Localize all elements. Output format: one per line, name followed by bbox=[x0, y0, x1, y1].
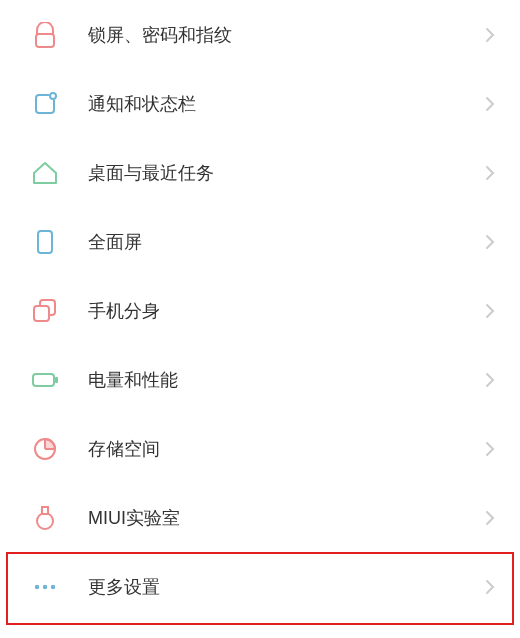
chevron-right-icon bbox=[480, 234, 500, 250]
svg-rect-8 bbox=[55, 377, 58, 383]
svg-point-15 bbox=[43, 584, 47, 588]
notification-icon bbox=[30, 89, 60, 119]
item-label: 桌面与最近任务 bbox=[88, 161, 480, 185]
settings-list: 锁屏、密码和指纹 通知和状态栏 桌面与最近任务 bbox=[0, 0, 520, 621]
item-label: 通知和状态栏 bbox=[88, 92, 480, 116]
lab-icon bbox=[30, 503, 60, 533]
battery-icon bbox=[30, 365, 60, 395]
chevron-right-icon bbox=[480, 27, 500, 43]
settings-item-battery[interactable]: 电量和性能 bbox=[0, 345, 520, 414]
item-label: 存储空间 bbox=[88, 437, 480, 461]
settings-item-lab[interactable]: MIUI实验室 bbox=[0, 483, 520, 552]
chevron-right-icon bbox=[480, 165, 500, 181]
svg-point-16 bbox=[51, 584, 55, 588]
screen-icon bbox=[30, 227, 60, 257]
svg-rect-6 bbox=[34, 306, 49, 321]
item-label: MIUI实验室 bbox=[88, 506, 480, 530]
settings-item-screen[interactable]: 全面屏 bbox=[0, 207, 520, 276]
settings-item-storage[interactable]: 存储空间 bbox=[0, 414, 520, 483]
item-label: 电量和性能 bbox=[88, 368, 480, 392]
svg-rect-13 bbox=[42, 507, 48, 514]
clone-icon bbox=[30, 296, 60, 326]
svg-rect-4 bbox=[38, 231, 52, 253]
chevron-right-icon bbox=[480, 303, 500, 319]
chevron-right-icon bbox=[480, 510, 500, 526]
home-icon bbox=[30, 158, 60, 188]
settings-item-notification[interactable]: 通知和状态栏 bbox=[0, 69, 520, 138]
settings-item-more[interactable]: 更多设置 bbox=[0, 552, 520, 621]
item-label: 锁屏、密码和指纹 bbox=[88, 23, 480, 47]
item-label: 更多设置 bbox=[88, 575, 480, 599]
settings-item-home[interactable]: 桌面与最近任务 bbox=[0, 138, 520, 207]
chevron-right-icon bbox=[480, 96, 500, 112]
chevron-right-icon bbox=[480, 441, 500, 457]
more-icon bbox=[30, 572, 60, 602]
svg-point-3 bbox=[50, 93, 56, 99]
chevron-right-icon bbox=[480, 372, 500, 388]
svg-point-14 bbox=[35, 584, 39, 588]
settings-item-clone[interactable]: 手机分身 bbox=[0, 276, 520, 345]
storage-icon bbox=[30, 434, 60, 464]
svg-rect-0 bbox=[36, 34, 54, 47]
svg-point-12 bbox=[37, 513, 53, 529]
item-label: 手机分身 bbox=[88, 299, 480, 323]
svg-rect-7 bbox=[33, 374, 54, 386]
settings-item-lock[interactable]: 锁屏、密码和指纹 bbox=[0, 0, 520, 69]
chevron-right-icon bbox=[480, 579, 500, 595]
lock-icon bbox=[30, 20, 60, 50]
item-label: 全面屏 bbox=[88, 230, 480, 254]
